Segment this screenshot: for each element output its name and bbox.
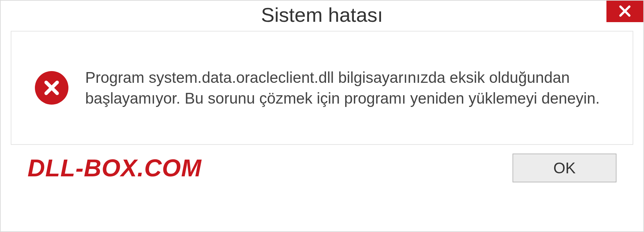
message-panel: Program system.data.oracleclient.dll bil… (11, 31, 633, 145)
watermark-text: DLL-BOX.COM (28, 154, 202, 182)
error-dialog: Sistem hatası Program system.data.oracle… (0, 0, 644, 232)
close-icon (618, 4, 632, 19)
ok-button[interactable]: OK (513, 154, 616, 182)
error-icon (35, 71, 68, 105)
error-message: Program system.data.oracleclient.dll bil… (85, 67, 609, 109)
dialog-body: Program system.data.oracleclient.dll bil… (1, 31, 643, 231)
titlebar: Sistem hatası (1, 1, 643, 31)
close-button[interactable] (606, 1, 643, 22)
dialog-footer: DLL-BOX.COM OK (11, 145, 633, 186)
dialog-title: Sistem hatası (261, 1, 383, 26)
